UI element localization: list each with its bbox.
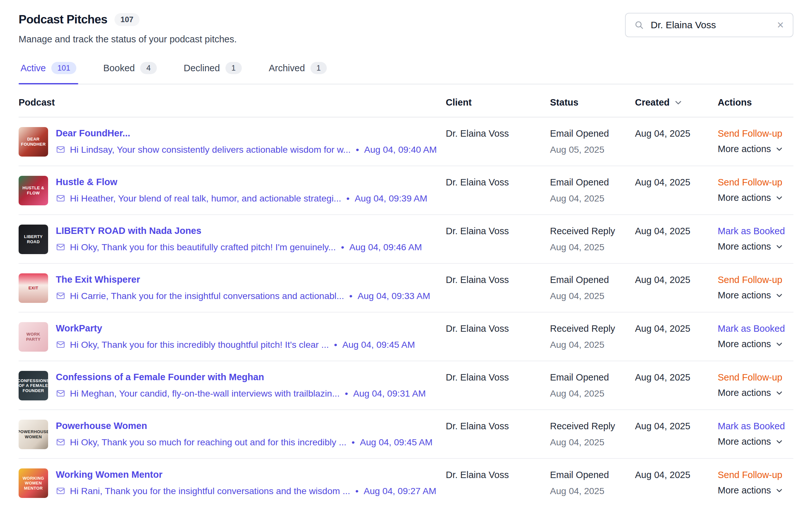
tab-count-badge: 1 [310, 62, 327, 74]
more-actions-button[interactable]: More actions [718, 144, 793, 154]
podcast-name-link[interactable]: The Exit Whisperer [56, 274, 431, 285]
pitch-email-snippet[interactable]: Hi Lindsay, Your show consistently deliv… [56, 144, 433, 155]
tab-label: Archived [269, 63, 305, 73]
chevron-down-icon [775, 388, 784, 397]
pitch-email-snippet[interactable]: Hi Rani, Thank you for the insightful co… [56, 486, 433, 496]
primary-action-link[interactable]: Send Follow-up [718, 371, 793, 383]
created-date: Aug 04, 2025 [635, 273, 715, 285]
tab-archived[interactable]: Archived 1 [267, 59, 329, 84]
page-title: Podcast Pitches [19, 13, 107, 26]
primary-action-link[interactable]: Mark as Booked [718, 419, 793, 432]
snippet-timestamp: Aug 04, 09:46 AM [349, 242, 422, 252]
table-row: Working Women Mentor Working Women Mento… [19, 459, 793, 505]
primary-action-link[interactable]: Send Follow-up [718, 273, 793, 285]
status-cell: Received Reply Aug 04, 2025 [550, 224, 632, 252]
status-cell: Received Reply Aug 04, 2025 [550, 419, 632, 448]
actions-cell: Send Follow-up More actions [718, 468, 793, 496]
table-header-row: Podcast Client Status Created Actions [19, 85, 793, 118]
primary-action-link[interactable]: Send Follow-up [718, 176, 793, 188]
tab-label: Booked [103, 63, 135, 73]
pitch-email-snippet[interactable]: Hi Carrie, Thank you for the insightful … [56, 291, 431, 301]
tab-active[interactable]: Active 101 [19, 59, 78, 84]
client-name: Dr. Elaina Voss [446, 419, 547, 432]
snippet-text: Hi Lindsay, Your show consistently deliv… [70, 144, 350, 155]
tab-count-badge: 1 [226, 62, 242, 74]
envelope-icon [56, 486, 65, 496]
pitch-email-snippet[interactable]: Hi Oky, Thank you so much for reaching o… [56, 437, 433, 448]
actions-cell: Send Follow-up More actions [718, 273, 793, 301]
created-date: Aug 04, 2025 [635, 224, 715, 236]
more-actions-button[interactable]: More actions [718, 387, 793, 398]
actions-cell: Send Follow-up More actions [718, 176, 793, 203]
envelope-icon [56, 242, 65, 252]
tab-booked[interactable]: Booked 4 [101, 59, 159, 84]
podcast-name-link[interactable]: Powerhouse Women [56, 420, 433, 432]
podcast-cell: EXIT The Exit Whisperer Hi Carrie, Th [19, 273, 443, 303]
snippet-text: Hi Meghan, Your candid, fly-on-the-wall … [70, 388, 340, 399]
status-date: Aug 04, 2025 [550, 437, 632, 448]
tab-declined[interactable]: Declined 1 [182, 59, 244, 84]
bullet-separator: • [346, 193, 350, 204]
podcast-cover-image: Working Women Mentor [19, 468, 48, 498]
podcast-cover-image: Confessions of a Female Founder [19, 371, 48, 400]
status-label: Email Opened [550, 273, 632, 285]
envelope-icon [56, 437, 65, 447]
status-label: Email Opened [550, 127, 632, 139]
podcast-name-link[interactable]: Confessions of a Female Founder with Meg… [56, 371, 426, 383]
more-actions-button[interactable]: More actions [718, 192, 793, 203]
column-header-created[interactable]: Created [635, 97, 715, 108]
actions-cell: Mark as Booked More actions [718, 322, 793, 349]
sort-chevron-down-icon[interactable] [673, 98, 683, 108]
total-count-badge: 107 [114, 13, 140, 26]
pitch-email-snippet[interactable]: Hi Oky, Thank you for this incredibly th… [56, 339, 415, 350]
page-header: Podcast Pitches 107 Manage and track the… [19, 13, 793, 45]
podcast-name-link[interactable]: Dear FoundHer... [56, 128, 433, 139]
bullet-separator: • [351, 437, 355, 448]
table-row: Hustle & Flow Hustle & Flow Hi Heathe [19, 166, 793, 215]
status-cell: Received Reply Aug 04, 2025 [550, 322, 632, 350]
pitch-email-snippet[interactable]: Hi Heather, Your blend of real talk, hum… [56, 193, 428, 204]
podcast-cell: Work Party WorkParty Hi Oky, Thank yo [19, 322, 443, 352]
search-input[interactable] [650, 19, 771, 31]
primary-action-link[interactable]: Send Follow-up [718, 127, 793, 139]
podcast-cover-image: Powerhouse Women [19, 419, 48, 449]
bullet-separator: • [355, 144, 359, 155]
podcast-name-link[interactable]: WorkParty [56, 323, 415, 334]
actions-cell: Mark as Booked More actions [718, 419, 793, 447]
primary-action-link[interactable]: Mark as Booked [718, 224, 793, 236]
pitch-email-snippet[interactable]: Hi Oky, Thank you for this beautifully c… [56, 242, 422, 252]
created-date: Aug 04, 2025 [635, 322, 715, 334]
more-actions-button[interactable]: More actions [718, 241, 793, 252]
pitch-email-snippet[interactable]: Hi Meghan, Your candid, fly-on-the-wall … [56, 388, 426, 399]
envelope-icon [56, 340, 65, 349]
more-actions-button[interactable]: More actions [718, 339, 793, 349]
tab-count-badge: 101 [51, 62, 76, 74]
snippet-timestamp: Aug 04, 09:45 AM [360, 437, 433, 448]
client-name: Dr. Elaina Voss [446, 176, 547, 188]
status-cell: Email Opened Aug 04, 2025 [550, 371, 632, 399]
clear-search-icon[interactable]: × [776, 19, 784, 31]
search-box[interactable]: × [625, 13, 793, 37]
podcast-name-link[interactable]: Working Women Mentor [56, 469, 433, 480]
podcast-cell: Working Women Mentor Working Women Mento… [19, 468, 443, 498]
status-date: Aug 04, 2025 [550, 242, 632, 252]
chevron-down-icon [775, 193, 784, 202]
more-actions-button[interactable]: More actions [718, 290, 793, 301]
chevron-down-icon [775, 437, 784, 446]
bullet-separator: • [344, 388, 348, 399]
podcast-cell: Dear FoundHer Dear FoundHer... Hi Lin [19, 127, 443, 157]
primary-action-link[interactable]: Send Follow-up [718, 468, 793, 480]
snippet-timestamp: Aug 04, 09:27 AM [364, 486, 437, 496]
podcast-name-link[interactable]: LIBERTY ROAD with Nada Jones [56, 225, 422, 236]
podcast-cover-image: Dear FoundHer [19, 127, 48, 157]
primary-action-link[interactable]: Mark as Booked [718, 322, 793, 334]
status-label: Received Reply [550, 224, 632, 236]
table-row: Confessions of a Female Founder Confessi… [19, 361, 793, 410]
podcast-name-link[interactable]: Hustle & Flow [56, 176, 428, 188]
more-actions-button[interactable]: More actions [718, 485, 793, 496]
client-name: Dr. Elaina Voss [446, 224, 547, 236]
more-actions-button[interactable]: More actions [718, 436, 793, 447]
table-row: EXIT The Exit Whisperer Hi Carrie, Th [19, 264, 793, 313]
snippet-text: Hi Rani, Thank you for the insightful co… [70, 486, 350, 496]
chevron-down-icon [775, 145, 784, 154]
